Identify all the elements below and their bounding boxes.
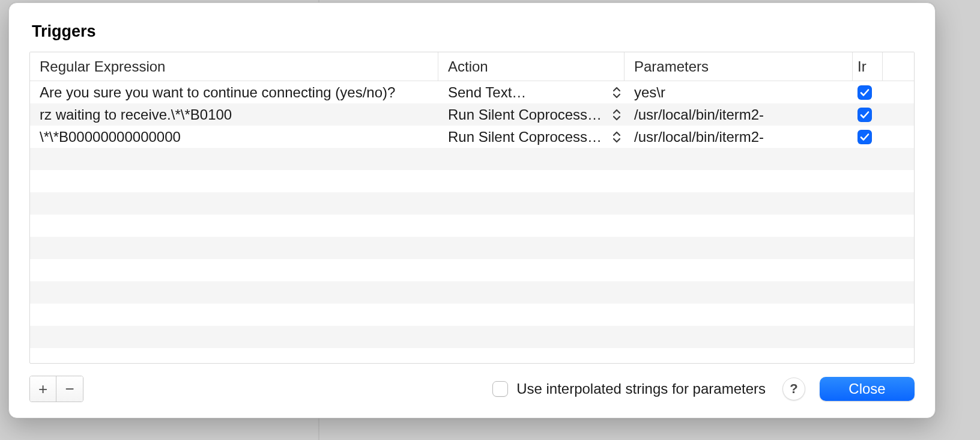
- help-button[interactable]: ?: [782, 377, 805, 400]
- table-row-empty[interactable]: [30, 281, 914, 304]
- cell-action[interactable]: [438, 259, 625, 281]
- cell-params[interactable]: [625, 259, 853, 281]
- cell-ir[interactable]: [853, 326, 914, 348]
- table-row-empty[interactable]: [30, 259, 914, 281]
- cell-ir[interactable]: [853, 237, 914, 259]
- updown-stepper-icon[interactable]: [611, 129, 622, 145]
- cell-action[interactable]: [438, 237, 625, 259]
- cell-regex[interactable]: [30, 192, 438, 215]
- cell-regex[interactable]: \*\*B00000000000000: [30, 126, 438, 148]
- cell-params[interactable]: /usr/local/bin/iterm2-: [625, 126, 853, 148]
- table-row[interactable]: rz waiting to receive.\*\*B0100Run Silen…: [30, 103, 914, 126]
- cell-regex[interactable]: [30, 304, 438, 326]
- table-row-empty[interactable]: [30, 148, 914, 170]
- remove-trigger-button[interactable]: −: [56, 376, 83, 402]
- table-row-empty[interactable]: [30, 192, 914, 215]
- cell-params[interactable]: [625, 326, 853, 348]
- action-label: Send Text…: [448, 84, 526, 101]
- checkbox-checked-icon[interactable]: [858, 108, 872, 122]
- interpolated-strings-label: Use interpolated strings for parameters: [516, 380, 766, 397]
- cell-action[interactable]: Run Silent Coprocess…: [438, 103, 625, 126]
- action-label: Run Silent Coprocess…: [448, 106, 602, 123]
- cell-params[interactable]: [625, 281, 853, 304]
- cell-regex[interactable]: [30, 281, 438, 304]
- cell-ir[interactable]: [853, 126, 914, 148]
- cell-params[interactable]: yes\r: [625, 81, 853, 103]
- cell-action[interactable]: [438, 170, 625, 192]
- cell-ir[interactable]: [853, 281, 914, 304]
- cell-regex[interactable]: rz waiting to receive.\*\*B0100: [30, 103, 438, 126]
- table-row[interactable]: Are you sure you want to continue connec…: [30, 81, 914, 103]
- updown-stepper-icon[interactable]: [611, 107, 622, 123]
- cell-ir[interactable]: [853, 81, 914, 103]
- column-header-ir[interactable]: Ir: [853, 52, 883, 81]
- cell-params[interactable]: [625, 148, 853, 170]
- column-header-params[interactable]: Parameters: [625, 52, 853, 81]
- table-row-empty[interactable]: [30, 170, 914, 192]
- triggers-table: Regular Expression Action Parameters Ir …: [29, 52, 915, 364]
- cell-regex[interactable]: [30, 170, 438, 192]
- cell-action[interactable]: Send Text…: [438, 81, 625, 103]
- cell-action[interactable]: [438, 192, 625, 215]
- cell-action[interactable]: [438, 304, 625, 326]
- cell-ir[interactable]: [853, 148, 914, 170]
- cell-ir[interactable]: [853, 192, 914, 215]
- dialog-title: Triggers: [32, 22, 915, 41]
- cell-regex[interactable]: [30, 326, 438, 348]
- cell-params[interactable]: /usr/local/bin/iterm2-: [625, 103, 853, 126]
- cell-regex[interactable]: [30, 259, 438, 281]
- table-row-empty[interactable]: [30, 304, 914, 326]
- updown-stepper-icon[interactable]: [611, 85, 622, 100]
- table-row-empty[interactable]: [30, 326, 914, 348]
- column-header-action[interactable]: Action: [438, 52, 625, 81]
- cell-ir[interactable]: [853, 103, 914, 126]
- table-row[interactable]: \*\*B00000000000000Run Silent Coprocess……: [30, 126, 914, 148]
- cell-action[interactable]: [438, 326, 625, 348]
- cell-ir[interactable]: [853, 215, 914, 237]
- column-header-spacer: [883, 52, 914, 81]
- cell-ir[interactable]: [853, 170, 914, 192]
- cell-params[interactable]: [625, 215, 853, 237]
- table-header: Regular Expression Action Parameters Ir: [30, 52, 914, 81]
- interpolated-strings-option[interactable]: Use interpolated strings for parameters: [492, 380, 766, 397]
- cell-params[interactable]: [625, 192, 853, 215]
- add-remove-segmented-control: + −: [29, 376, 83, 402]
- cell-action[interactable]: [438, 215, 625, 237]
- interpolated-strings-checkbox[interactable]: [492, 381, 508, 397]
- cell-action[interactable]: [438, 281, 625, 304]
- column-header-regex[interactable]: Regular Expression: [30, 52, 438, 81]
- table-row-empty[interactable]: [30, 237, 914, 259]
- cell-params[interactable]: [625, 304, 853, 326]
- table-row-empty[interactable]: [30, 215, 914, 237]
- cell-action[interactable]: Run Silent Coprocess…: [438, 126, 625, 148]
- cell-action[interactable]: [438, 148, 625, 170]
- cell-ir[interactable]: [853, 304, 914, 326]
- checkbox-checked-icon[interactable]: [858, 85, 872, 100]
- cell-params[interactable]: [625, 237, 853, 259]
- close-button[interactable]: Close: [820, 377, 915, 401]
- add-trigger-button[interactable]: +: [30, 376, 56, 402]
- cell-regex[interactable]: Are you sure you want to continue connec…: [30, 81, 438, 103]
- dialog-footer: + − Use interpolated strings for paramet…: [29, 374, 915, 403]
- cell-ir[interactable]: [853, 259, 914, 281]
- checkbox-checked-icon[interactable]: [858, 130, 872, 144]
- triggers-dialog: Triggers Regular Expression Action Param…: [8, 2, 936, 418]
- cell-regex[interactable]: [30, 148, 438, 170]
- table-body: Are you sure you want to continue connec…: [30, 81, 914, 363]
- cell-regex[interactable]: [30, 215, 438, 237]
- cell-regex[interactable]: [30, 237, 438, 259]
- action-label: Run Silent Coprocess…: [448, 129, 602, 145]
- cell-params[interactable]: [625, 170, 853, 192]
